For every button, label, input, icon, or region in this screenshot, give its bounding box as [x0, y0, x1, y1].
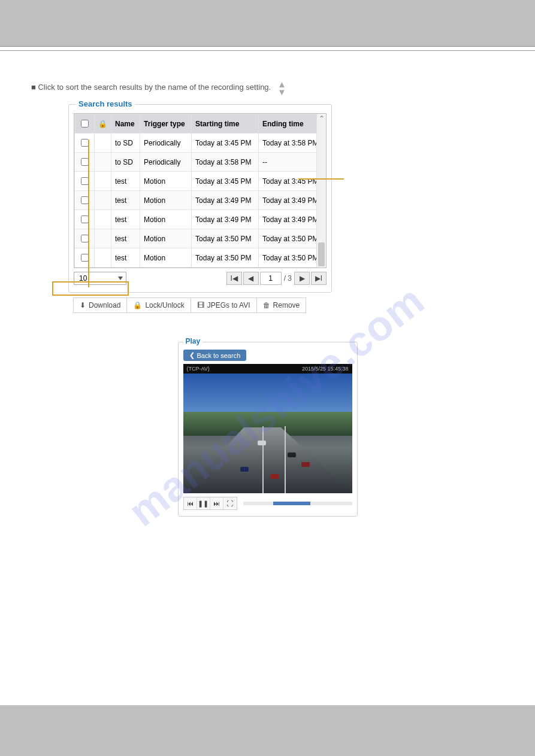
page-size-select[interactable]: 10: [74, 272, 126, 285]
row-lock-cell: [95, 172, 111, 191]
row-lock-cell: [95, 191, 111, 210]
player-button-group: ⏮ ❚❚ ⏭ ⛶: [183, 497, 237, 510]
row-name: test: [111, 191, 140, 210]
row-checkbox-cell[interactable]: [75, 248, 95, 268]
player-controls: ⏮ ❚❚ ⏭ ⛶: [183, 497, 352, 510]
video-tag: (TCP-AV): [187, 366, 210, 372]
lock-button[interactable]: 🔒 Lock/Unlock: [126, 297, 191, 313]
table-row[interactable]: testMotionToday at 3:49 PMToday at 3:49 …: [75, 210, 326, 229]
row-lock-cell: [95, 210, 111, 229]
intro-sort-text: ■ Click to sort the search results by th…: [31, 83, 271, 92]
header-start[interactable]: Starting time: [192, 114, 259, 133]
pager-page-input[interactable]: [260, 272, 282, 285]
row-checkbox-cell[interactable]: [75, 172, 95, 191]
header-select-all[interactable]: [75, 114, 95, 133]
player-pause-button[interactable]: ❚❚: [197, 497, 210, 509]
video-viewport[interactable]: [183, 374, 352, 493]
row-trigger: Periodically: [140, 153, 192, 172]
row-trigger: Motion: [140, 191, 192, 210]
player-progress-fill: [273, 502, 310, 505]
row-trigger: Motion: [140, 172, 192, 191]
row-trigger: Motion: [140, 248, 192, 268]
table-row[interactable]: testMotionToday at 3:50 PMToday at 3:50 …: [75, 248, 326, 268]
row-start: Today at 3:50 PM: [192, 248, 259, 268]
search-results-panel: Search results 🔒 Name Trigger type Start…: [68, 104, 332, 293]
chevron-left-icon: ❮: [189, 351, 195, 359]
table-row[interactable]: testMotionToday at 3:50 PMToday at 3:50 …: [75, 229, 326, 248]
callout-line-right-horizontal: [298, 178, 344, 180]
header-name[interactable]: Name: [111, 114, 140, 133]
download-button[interactable]: ⬇ Download: [73, 297, 127, 313]
scroll-thumb[interactable]: [318, 242, 325, 266]
row-start: Today at 3:49 PM: [192, 191, 259, 210]
remove-button[interactable]: 🗑 Remove: [256, 297, 307, 313]
jpeg-button[interactable]: 🎞 JPEGs to AVI: [191, 297, 257, 313]
panel-legend: Search results: [76, 99, 135, 108]
table-body: to SDPeriodicallyToday at 3:45 PMToday a…: [75, 133, 326, 268]
sort-icon: ▲▼: [277, 80, 286, 96]
row-start: Today at 3:45 PM: [192, 172, 259, 191]
row-end: Today at 3:45 PM: [259, 172, 326, 191]
table-row[interactable]: to SDPeriodicallyToday at 3:45 PMToday a…: [75, 133, 326, 153]
action-button-row: ⬇ Download 🔒 Lock/Unlock 🎞 JPEGs to AVI …: [73, 297, 517, 313]
row-trigger: Periodically: [140, 133, 192, 153]
intro-sort-line: ■ Click to sort the search results by th…: [31, 80, 498, 96]
table-row[interactable]: to SDPeriodicallyToday at 3:58 PM--: [75, 153, 326, 172]
page: manualshive.com ■ Click to sort the sear…: [0, 0, 535, 756]
row-trigger: Motion: [140, 229, 192, 248]
back-label: Back to search: [197, 352, 241, 359]
row-checkbox-cell[interactable]: [75, 229, 95, 248]
table-row[interactable]: testMotionToday at 3:45 PMToday at 3:45 …: [75, 172, 326, 191]
table-row[interactable]: testMotionToday at 3:49 PMToday at 3:49 …: [75, 191, 326, 210]
scroll-up-icon[interactable]: ⌃: [317, 114, 326, 123]
row-end: Today at 3:49 PM: [259, 210, 326, 229]
lock-label: Lock/Unlock: [145, 301, 184, 309]
row-name: test: [111, 172, 140, 191]
page-size-select-wrap[interactable]: 10: [74, 272, 126, 285]
pager-total-label: / 3: [284, 274, 292, 283]
select-all-checkbox[interactable]: [81, 120, 89, 127]
row-lock-cell: [95, 229, 111, 248]
row-checkbox-cell[interactable]: [75, 153, 95, 172]
row-checkbox-cell[interactable]: [75, 210, 95, 229]
film-icon: 🎞: [197, 301, 204, 309]
row-end: Today at 3:50 PM: [259, 248, 326, 268]
row-end: Today at 3:49 PM: [259, 191, 326, 210]
header-trigger[interactable]: Trigger type: [140, 114, 192, 133]
header-end[interactable]: Ending time: [259, 114, 326, 133]
row-start: Today at 3:45 PM: [192, 133, 259, 153]
row-start: Today at 3:49 PM: [192, 210, 259, 229]
player-fullscreen-button[interactable]: ⛶: [223, 497, 237, 509]
header-rule: [0, 50, 535, 51]
row-lock-cell: [95, 153, 111, 172]
remove-label: Remove: [273, 301, 300, 309]
pager-row: 10 I◀ ◀ / 3 ▶ ▶I: [74, 272, 327, 285]
pager-next-button[interactable]: ▶: [294, 272, 310, 285]
pager-prev-button[interactable]: ◀: [243, 272, 259, 285]
row-lock-cell: [95, 133, 111, 153]
player-progress[interactable]: [243, 502, 352, 505]
scrollbar[interactable]: ⌃: [316, 114, 326, 268]
download-icon: ⬇: [80, 301, 86, 309]
row-name: test: [111, 248, 140, 268]
row-name: to SD: [111, 133, 140, 153]
row-checkbox-cell[interactable]: [75, 191, 95, 210]
row-start: Today at 3:58 PM: [192, 153, 259, 172]
player-next-button[interactable]: ⏭: [210, 497, 223, 509]
pager-first-button[interactable]: I◀: [226, 272, 242, 285]
results-table: 🔒 Name Trigger type Starting time Ending…: [74, 114, 326, 268]
trash-icon: 🗑: [263, 301, 270, 309]
row-name: test: [111, 229, 140, 248]
row-checkbox-cell[interactable]: [75, 133, 95, 153]
row-end: --: [259, 153, 326, 172]
player-prev-button[interactable]: ⏮: [184, 497, 197, 509]
video-timestamp: 2015/5/25 15:45:38: [302, 366, 349, 372]
video-header: (TCP-AV) 2015/5/25 15:45:38: [183, 364, 352, 374]
play-panel: Play ❮ Back to search (TCP-AV) 2015/5/25…: [178, 342, 358, 517]
row-lock-cell: [95, 248, 111, 268]
pager-last-button[interactable]: ▶I: [311, 272, 327, 285]
row-end: Today at 3:58 PM: [259, 133, 326, 153]
download-label: Download: [89, 301, 120, 309]
play-legend: Play: [183, 337, 203, 345]
back-to-search-button[interactable]: ❮ Back to search: [183, 350, 247, 361]
